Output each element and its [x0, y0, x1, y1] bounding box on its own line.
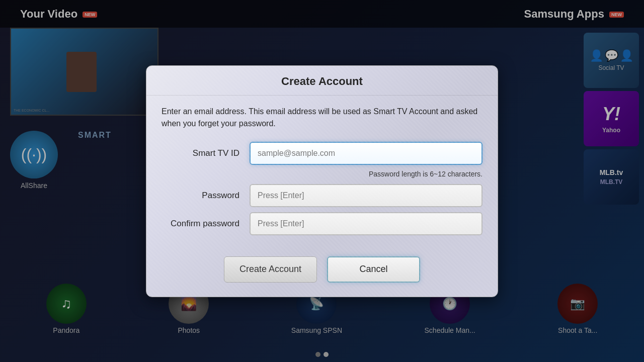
create-account-button[interactable]: Create Account [224, 256, 317, 283]
password-input[interactable] [250, 184, 482, 207]
password-row: Password [162, 184, 482, 207]
smart-tv-id-input[interactable] [250, 142, 482, 165]
confirm-password-input[interactable] [250, 212, 482, 235]
create-account-dialog: Create Account Enter an email address. T… [146, 65, 498, 297]
dialog-buttons: Create Account Cancel [146, 256, 498, 283]
password-hint-row: Password length is 6~12 characters. [162, 170, 482, 181]
cancel-button[interactable]: Cancel [327, 256, 420, 283]
password-hint: Password length is 6~12 characters. [250, 170, 482, 178]
confirm-password-label: Confirm password [162, 219, 239, 229]
smart-tv-id-row: Smart TV ID [162, 142, 482, 165]
dialog-description: Enter an email address. This email addre… [162, 106, 482, 130]
dialog-body: Enter an email address. This email addre… [146, 96, 498, 245]
dialog-title: Create Account [146, 66, 498, 96]
dialog-overlay: Create Account Enter an email address. T… [0, 0, 644, 362]
smart-tv-id-label: Smart TV ID [162, 148, 239, 158]
confirm-password-row: Confirm password [162, 212, 482, 235]
password-label: Password [162, 191, 239, 201]
